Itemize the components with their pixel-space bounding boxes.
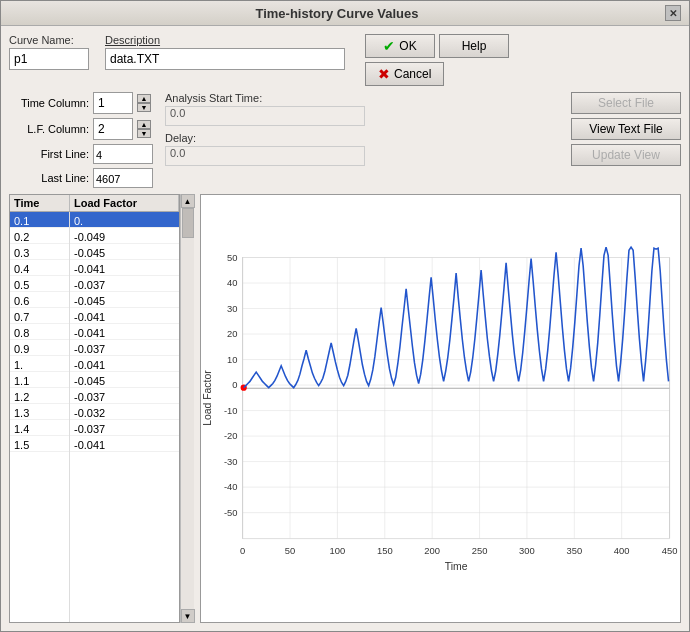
- table-row-lf-1[interactable]: -0.049: [70, 228, 179, 244]
- analysis-start-label: Analysis Start Time:: [165, 92, 559, 104]
- analysis-start-row: Analysis Start Time: 0.0: [165, 92, 559, 126]
- svg-text:10: 10: [227, 355, 237, 365]
- lf-column-up[interactable]: ▲: [137, 120, 151, 129]
- svg-text:20: 20: [227, 329, 237, 339]
- table-row-lf-11[interactable]: -0.037: [70, 388, 179, 404]
- svg-text:50: 50: [285, 546, 295, 556]
- last-line-value: 4607: [93, 168, 153, 188]
- table-row-time-0[interactable]: 0.1: [10, 212, 69, 228]
- svg-text:450: 450: [662, 546, 678, 556]
- close-button[interactable]: ✕: [665, 5, 681, 21]
- right-form: Analysis Start Time: 0.0 Delay: 0.0: [165, 92, 559, 188]
- table-row-time-10[interactable]: 1.1: [10, 372, 69, 388]
- svg-text:250: 250: [472, 546, 488, 556]
- table-row-time-13[interactable]: 1.4: [10, 420, 69, 436]
- main-window: Time-history Curve Values ✕ Curve Name: …: [0, 0, 690, 632]
- ok-button[interactable]: ✔ OK: [365, 34, 435, 58]
- svg-text:50: 50: [227, 253, 237, 263]
- select-file-button[interactable]: Select File: [571, 92, 681, 114]
- description-input[interactable]: [105, 48, 345, 70]
- svg-text:30: 30: [227, 304, 237, 314]
- table-row-lf-5[interactable]: -0.045: [70, 292, 179, 308]
- delay-value: 0.0: [165, 146, 365, 166]
- first-line-label: First Line:: [9, 148, 89, 160]
- lf-column-spinner[interactable]: ▲ ▼: [137, 120, 151, 138]
- lf-column: 0.-0.049-0.045-0.041-0.037-0.045-0.041-0…: [70, 212, 179, 622]
- top-buttons-panel: ✔ OK Help ✖ Cancel: [365, 34, 509, 86]
- table-row-lf-2[interactable]: -0.045: [70, 244, 179, 260]
- last-line-label: Last Line:: [9, 172, 89, 184]
- table-row-lf-9[interactable]: -0.041: [70, 356, 179, 372]
- scroll-track[interactable]: [181, 208, 194, 609]
- table-row-lf-8[interactable]: -0.037: [70, 340, 179, 356]
- svg-text:-10: -10: [224, 406, 238, 416]
- table-header: Time Load Factor: [10, 195, 179, 212]
- table-row-lf-6[interactable]: -0.041: [70, 308, 179, 324]
- svg-text:-30: -30: [224, 457, 238, 467]
- first-line-value: 4: [93, 144, 153, 164]
- table-row-lf-14[interactable]: -0.041: [70, 436, 179, 452]
- scroll-down-arrow[interactable]: ▼: [181, 609, 195, 623]
- middle-section: Time Column: ▲ ▼ L.F. Column: ▲ ▼: [9, 92, 681, 188]
- table-row-time-3[interactable]: 0.4: [10, 260, 69, 276]
- table-row-time-7[interactable]: 0.8: [10, 324, 69, 340]
- table-row-time-12[interactable]: 1.3: [10, 404, 69, 420]
- description-group: Description: [105, 34, 345, 70]
- col-time-header: Time: [10, 195, 70, 211]
- scroll-up-arrow[interactable]: ▲: [181, 194, 195, 208]
- svg-text:400: 400: [614, 546, 630, 556]
- lf-column-row: L.F. Column: ▲ ▼: [9, 118, 153, 140]
- table-row-lf-10[interactable]: -0.045: [70, 372, 179, 388]
- svg-rect-0: [243, 258, 670, 539]
- title-bar: Time-history Curve Values ✕: [1, 1, 689, 26]
- lf-column-input[interactable]: [93, 118, 133, 140]
- table-row-lf-7[interactable]: -0.041: [70, 324, 179, 340]
- time-column-up[interactable]: ▲: [137, 94, 151, 103]
- cancel-button[interactable]: ✖ Cancel: [365, 62, 444, 86]
- analysis-start-value: 0.0: [165, 106, 365, 126]
- svg-text:40: 40: [227, 278, 237, 288]
- content-area: Curve Name: Description ✔ OK Help: [1, 26, 689, 631]
- table-row-time-8[interactable]: 0.9: [10, 340, 69, 356]
- table-row-time-14[interactable]: 1.5: [10, 436, 69, 452]
- table-row-lf-0[interactable]: 0.: [70, 212, 179, 228]
- time-column-down[interactable]: ▼: [137, 103, 151, 112]
- delay-label: Delay:: [165, 132, 559, 144]
- time-column-row: Time Column: ▲ ▼: [9, 92, 153, 114]
- update-view-button[interactable]: Update View: [571, 144, 681, 166]
- help-button[interactable]: Help: [439, 34, 509, 58]
- svg-text:150: 150: [377, 546, 393, 556]
- curve-name-input[interactable]: [9, 48, 89, 70]
- svg-text:Load Factor: Load Factor: [202, 370, 213, 426]
- table-row-time-1[interactable]: 0.2: [10, 228, 69, 244]
- table-row-time-9[interactable]: 1.: [10, 356, 69, 372]
- svg-text:100: 100: [330, 546, 346, 556]
- table-row-lf-3[interactable]: -0.041: [70, 260, 179, 276]
- table-row-time-2[interactable]: 0.3: [10, 244, 69, 260]
- lf-column-label: L.F. Column:: [9, 123, 89, 135]
- table-row-lf-13[interactable]: -0.037: [70, 420, 179, 436]
- table-row-lf-12[interactable]: -0.032: [70, 404, 179, 420]
- chart-area: 0 50 100 150 200 250 300 350 400 450 50 …: [200, 194, 681, 623]
- svg-text:-40: -40: [224, 482, 238, 492]
- scroll-thumb[interactable]: [182, 208, 194, 238]
- svg-text:Time: Time: [445, 561, 468, 572]
- svg-text:0: 0: [240, 546, 245, 556]
- time-column-spinner[interactable]: ▲ ▼: [137, 94, 151, 112]
- table-scrollbar[interactable]: ▲ ▼: [180, 194, 194, 623]
- cancel-icon: ✖: [378, 66, 390, 82]
- lf-column-down[interactable]: ▼: [137, 129, 151, 138]
- ok-icon: ✔: [383, 38, 395, 54]
- svg-text:-50: -50: [224, 508, 238, 518]
- table-row-time-5[interactable]: 0.6: [10, 292, 69, 308]
- data-table: Time Load Factor 0.10.20.30.40.50.60.70.…: [9, 194, 180, 623]
- table-row-time-4[interactable]: 0.5: [10, 276, 69, 292]
- bottom-section: Time Load Factor 0.10.20.30.40.50.60.70.…: [9, 194, 681, 623]
- window-title: Time-history Curve Values: [9, 6, 665, 21]
- time-column-input[interactable]: [93, 92, 133, 114]
- table-row-time-6[interactable]: 0.7: [10, 308, 69, 324]
- time-column: 0.10.20.30.40.50.60.70.80.91.1.11.21.31.…: [10, 212, 70, 622]
- table-row-time-11[interactable]: 1.2: [10, 388, 69, 404]
- view-text-file-button[interactable]: View Text File: [571, 118, 681, 140]
- table-row-lf-4[interactable]: -0.037: [70, 276, 179, 292]
